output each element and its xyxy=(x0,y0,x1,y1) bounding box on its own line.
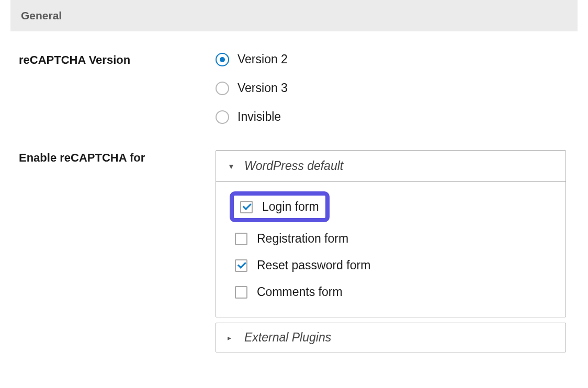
chevron-down-icon: ▼ xyxy=(228,162,235,170)
radio-label: Version 2 xyxy=(238,52,288,66)
row-enable-recaptcha-for: Enable reCAPTCHA for ▼ WordPress default… xyxy=(0,150,588,352)
accordion-header-wordpress-default[interactable]: ▼ WordPress default xyxy=(216,151,566,181)
radio-item-invisible[interactable]: Invisible xyxy=(216,110,569,124)
checkbox-reset-password-form[interactable] xyxy=(235,259,247,272)
accordion-title: External Plugins xyxy=(244,330,331,345)
checkbox-label: Registration form xyxy=(257,232,348,246)
accordion-body-wordpress-default: Login form Registration form Reset passw… xyxy=(216,181,566,317)
radio-item-version-2[interactable]: Version 2 xyxy=(216,52,569,66)
checkbox-registration-form[interactable] xyxy=(235,233,247,245)
radio-item-version-3[interactable]: Version 3 xyxy=(216,81,569,95)
radio-group-version: Version 2 Version 3 Invisible xyxy=(216,52,569,124)
accordion-wordpress-default: ▼ WordPress default Login form Registrat… xyxy=(216,150,566,317)
accordion-external-plugins: ▸ External Plugins xyxy=(216,323,566,352)
checkbox-item-reset-password-form[interactable]: Reset password form xyxy=(230,253,552,278)
radio-version-2[interactable] xyxy=(216,53,229,66)
radio-version-3[interactable] xyxy=(216,82,229,95)
checkbox-label: Reset password form xyxy=(257,258,370,272)
radio-label: Invisible xyxy=(238,110,281,124)
checkbox-label: Login form xyxy=(262,200,319,214)
label-enable-recaptcha-for: Enable reCAPTCHA for xyxy=(19,150,216,165)
checkbox-item-login-form[interactable]: Login form xyxy=(230,191,330,222)
row-recaptcha-version: reCAPTCHA Version Version 2 Version 3 In… xyxy=(0,52,588,124)
control-recaptcha-version: Version 2 Version 3 Invisible xyxy=(216,52,569,124)
checkbox-item-comments-form[interactable]: Comments form xyxy=(230,280,552,304)
checkbox-item-registration-form[interactable]: Registration form xyxy=(230,226,552,251)
accordion-title: WordPress default xyxy=(244,159,343,173)
radio-label: Version 3 xyxy=(238,81,288,95)
section-header: General xyxy=(10,0,578,31)
control-enable-recaptcha-for: ▼ WordPress default Login form Registrat… xyxy=(216,150,569,352)
checkbox-login-form[interactable] xyxy=(240,201,253,213)
chevron-right-icon: ▸ xyxy=(228,334,235,342)
section-title: General xyxy=(21,9,567,22)
checkbox-comments-form[interactable] xyxy=(235,286,247,299)
accordion-header-external-plugins[interactable]: ▸ External Plugins xyxy=(216,323,566,352)
checkbox-label: Comments form xyxy=(257,285,343,299)
radio-invisible[interactable] xyxy=(216,110,229,124)
label-recaptcha-version: reCAPTCHA Version xyxy=(19,52,216,67)
